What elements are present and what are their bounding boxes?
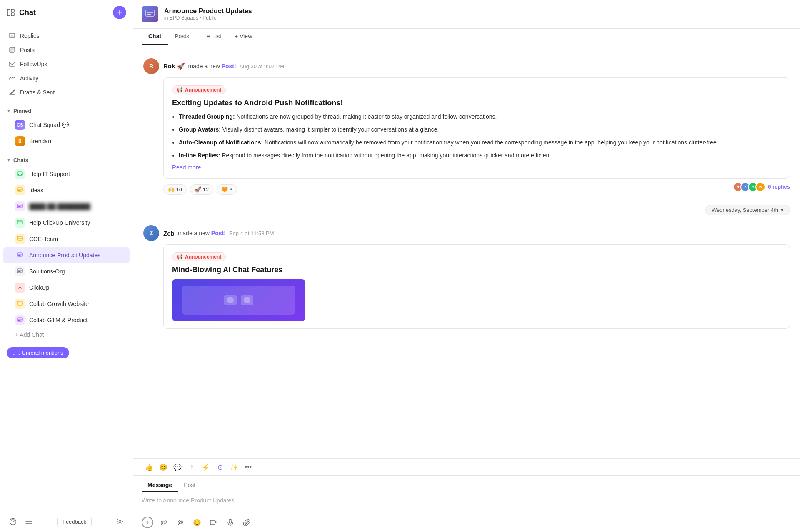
sidebar-toggle-icon[interactable] — [7, 8, 15, 17]
unread-mentions-button[interactable]: ↓ ↓ Unread mentions — [7, 347, 69, 358]
read-more-link-1[interactable]: Read more... — [172, 164, 781, 171]
help-clickup-icon — [15, 218, 25, 228]
sidebar-title: Chat — [7, 8, 36, 17]
sidebar-item-help-it-support[interactable]: Help IT Support — [3, 166, 130, 182]
svg-point-15 — [119, 521, 121, 523]
svg-point-20 — [244, 297, 250, 303]
post-image-inner — [182, 286, 295, 315]
drafts-label: Drafts & Sent — [20, 89, 55, 96]
toolbar-circle[interactable]: ⊙ — [214, 461, 226, 473]
menu-icon[interactable] — [22, 515, 35, 528]
sidebar-item-replies[interactable]: Replies — [0, 29, 133, 43]
composer-tab-post[interactable]: Post — [178, 479, 201, 492]
message-action-2: made a new Post! — [178, 230, 226, 236]
sidebar-item-clickup[interactable]: ClickUp — [3, 280, 130, 296]
sidebar-title-text: Chat — [19, 8, 36, 17]
message-time-1: Aug 30 at 9:07 PM — [240, 63, 285, 70]
activity-icon — [8, 75, 16, 82]
svg-point-19 — [227, 297, 234, 303]
sidebar-item-chat-squad[interactable]: CS Chat Squad 💬 — [3, 117, 130, 133]
date-badge[interactable]: Wednesday, September 4th ▾ — [705, 205, 790, 215]
sidebar-item-drafts[interactable]: Drafts & Sent — [0, 85, 133, 99]
drafts-icon — [8, 89, 16, 96]
toolbar-share[interactable]: ↑ — [186, 461, 198, 473]
message-meta-1: Rok 🚀 made a new Post! Aug 30 at 9:07 PM — [163, 62, 284, 70]
channel-info: Announce Product Updates in EPD Squads •… — [164, 7, 792, 21]
message-group-1: R Rok 🚀 made a new Post! Aug 30 at 9:07 … — [133, 53, 800, 200]
sidebar-item-help-clickup[interactable]: Help ClickUp University — [3, 215, 130, 231]
sidebar-scroll-area: Replies Posts FollowUps Activity — [0, 25, 133, 511]
toolbar-emoji[interactable]: 😊 — [158, 461, 169, 473]
toolbar-more[interactable]: ••• — [242, 461, 254, 473]
help-clickup-label: Help ClickUp University — [29, 219, 90, 226]
main-content: Announce Product Updates in EPD Squads •… — [133, 0, 800, 532]
add-button[interactable]: + — [113, 6, 126, 19]
sidebar-nav: Replies Posts FollowUps Activity — [0, 25, 133, 103]
sidebar-item-posts[interactable]: Posts — [0, 43, 133, 57]
svg-rect-0 — [8, 9, 10, 16]
announcement-badge-2: 📢 Announcement — [172, 252, 226, 261]
sidebar-item-ideas[interactable]: Ideas — [3, 182, 130, 198]
add-chat-item[interactable]: + Add Chat — [3, 328, 130, 341]
toolbar-sparkle[interactable]: ✨ — [228, 461, 240, 473]
user-name-zeb: Zeb — [163, 230, 175, 237]
composer-tag-button[interactable]: @ — [174, 516, 187, 529]
sidebar-item-solutions-org[interactable]: Solutions-Org — [3, 264, 130, 279]
composer-tab-message[interactable]: Message — [142, 479, 178, 492]
chats-section-header[interactable]: ▼ Chats — [0, 154, 133, 166]
user-name-rok: Rok 🚀 — [163, 62, 185, 70]
post-title-1: Exciting Updates to Android Push Notific… — [172, 99, 781, 107]
announce-icon — [15, 250, 25, 260]
tab-divider — [198, 32, 198, 41]
toolbar-thumbsup[interactable]: 👍 — [143, 461, 155, 473]
list-item: Auto-Cleanup of Notifications: Notificat… — [179, 138, 781, 147]
composer-input-area[interactable]: Write to Announce Product Updates — [133, 492, 800, 513]
sidebar-item-announce-product[interactable]: Announce Product Updates — [3, 247, 130, 263]
tab-posts[interactable]: Posts — [168, 29, 196, 45]
svg-rect-22 — [229, 519, 232, 523]
composer-emoji-button[interactable]: 😊 — [191, 516, 203, 529]
sidebar-item-blurred[interactable]: ████ ██ ████████ — [3, 199, 130, 214]
user-avatar-zeb: Z — [143, 225, 159, 241]
composer-placeholder: Write to Announce Product Updates — [142, 497, 234, 504]
message-action-1: made a new Post! — [188, 63, 236, 70]
reaction-btn-clap[interactable]: 🙌 16 — [163, 184, 187, 195]
unread-arrow-icon: ↓ — [12, 350, 15, 356]
tab-list[interactable]: ≡ List — [200, 29, 228, 45]
help-icon[interactable] — [7, 515, 19, 528]
help-it-icon — [15, 169, 25, 179]
sidebar-item-collab-gtm[interactable]: Collab GTM & Product — [3, 312, 130, 328]
reaction-btn-heart[interactable]: 🧡 3 — [217, 184, 237, 195]
pinned-section-header[interactable]: ▼ Pinned — [0, 105, 133, 117]
svg-rect-1 — [11, 9, 14, 12]
followups-label: FollowUps — [20, 61, 47, 67]
activity-label: Activity — [20, 75, 38, 82]
settings-gear-icon[interactable] — [114, 515, 126, 528]
composer-mention-button[interactable]: @ — [158, 516, 170, 529]
collab-gtm-label: Collab GTM & Product — [29, 317, 88, 323]
sidebar-item-brendan[interactable]: B Brendan — [3, 133, 130, 149]
post-image — [172, 279, 305, 321]
sidebar-item-collab-growth[interactable]: Collab Growth Website — [3, 296, 130, 312]
post-list-1: Threaded Grouping: Notifications are now… — [172, 112, 781, 160]
sidebar-item-followups[interactable]: FollowUps — [0, 57, 133, 71]
feedback-button[interactable]: Feedback — [57, 517, 92, 527]
tab-view[interactable]: + View — [228, 29, 259, 45]
replies-count-1[interactable]: 6 replies — [768, 184, 790, 190]
chats-arrow-icon: ▼ — [7, 158, 11, 162]
svg-rect-5 — [18, 172, 22, 175]
reaction-btn-rocket[interactable]: 🚀 12 — [190, 184, 213, 195]
composer-attach-button[interactable] — [241, 516, 253, 529]
sidebar-item-coe-team[interactable]: COE-Team — [3, 231, 130, 247]
composer-mic-button[interactable] — [224, 516, 237, 529]
floating-toolbar: 👍 😊 💬 ↑ ⚡ ⊙ ✨ ••• — [133, 458, 800, 475]
sidebar-item-activity[interactable]: Activity — [0, 71, 133, 85]
date-divider: Wednesday, September 4th ▾ — [133, 200, 800, 220]
blurred-label: ████ ██ ████████ — [29, 203, 90, 210]
toolbar-chat[interactable]: 💬 — [172, 461, 183, 473]
composer-actions: + @ @ 😊 — [133, 513, 800, 532]
toolbar-lightning[interactable]: ⚡ — [200, 461, 212, 473]
composer-add-button[interactable]: + — [142, 517, 153, 528]
tab-chat[interactable]: Chat — [142, 29, 168, 45]
composer-video-button[interactable] — [208, 516, 220, 529]
